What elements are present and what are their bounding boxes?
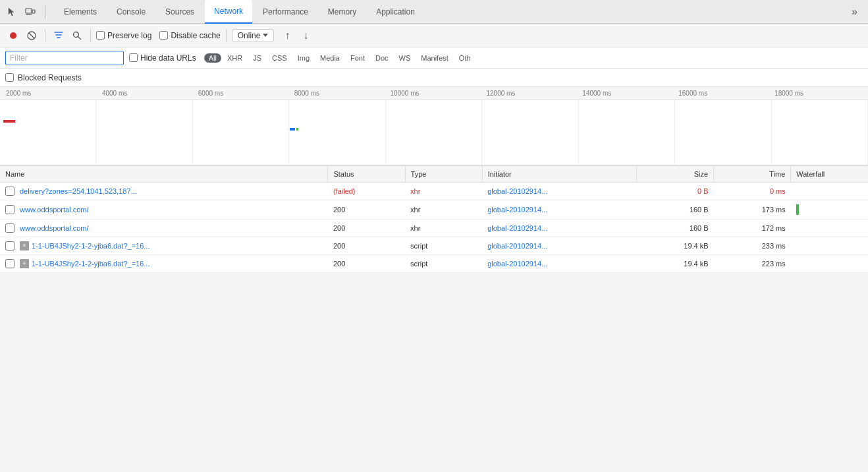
table-row[interactable]: delivery?zones=254,1041,523,187...(faile…	[0, 183, 868, 200]
type-filter-js[interactable]: JS	[248, 53, 266, 63]
filter-button[interactable]	[51, 28, 67, 44]
cell-time: 172 ms	[714, 220, 791, 237]
search-button[interactable]	[69, 28, 85, 44]
cell-size: 160 B	[636, 200, 713, 220]
preserve-log-label[interactable]: Preserve log	[96, 31, 151, 40]
record-button[interactable]	[5, 28, 21, 44]
cell-name[interactable]: www.oddsportal.com/	[0, 200, 328, 220]
tab-elements[interactable]: Elements	[55, 0, 106, 24]
header-waterfall: Waterfall	[791, 166, 868, 183]
cell-initiator[interactable]: global-20102914...	[482, 237, 636, 255]
table-row[interactable]: ≡1-1-UB4JShy2-1-2-yjba6.dat?_=16...200sc…	[0, 255, 868, 273]
download-button[interactable]: ↓	[298, 28, 313, 44]
type-filter-css[interactable]: CSS	[267, 53, 292, 63]
row-select-checkbox[interactable]	[5, 187, 14, 196]
upload-button[interactable]: ↑	[279, 28, 295, 44]
hide-data-urls-checkbox[interactable]	[129, 53, 138, 62]
tab-more[interactable]: »	[846, 6, 863, 18]
type-filter-all[interactable]: All	[204, 53, 221, 63]
cell-waterfall	[791, 220, 868, 237]
disable-cache-checkbox[interactable]	[159, 31, 168, 40]
request-name: www.oddsportal.com/	[20, 206, 89, 214]
type-filter-font[interactable]: Font	[346, 53, 369, 63]
ruler-tick: 12000 ms	[483, 90, 580, 97]
row-select-checkbox[interactable]	[5, 259, 14, 268]
divider-3	[226, 29, 227, 42]
cell-time: 0 ms	[714, 183, 791, 200]
row-select-checkbox[interactable]	[5, 241, 14, 251]
header-name: Name	[0, 166, 328, 183]
tab-network[interactable]: Network	[205, 0, 252, 24]
hide-data-urls-label[interactable]: Hide data URLs	[129, 53, 196, 63]
cell-initiator[interactable]: global-20102914...	[482, 255, 636, 273]
divider-2	[90, 29, 91, 42]
header-type: Type	[405, 166, 482, 183]
cell-name[interactable]: www.oddsportal.com/	[0, 220, 328, 237]
timeline-col	[675, 100, 771, 166]
ruler-tick: 8000 ms	[292, 90, 388, 97]
table-body: delivery?zones=254,1041,523,187...(faile…	[0, 183, 868, 273]
ruler-tick: 16000 ms	[676, 90, 772, 97]
tab-memory[interactable]: Memory	[319, 0, 366, 24]
cell-initiator[interactable]: global-20102914...	[482, 220, 636, 237]
ruler-tick: 18000 ms	[772, 90, 868, 97]
initiator-link[interactable]: global-20102914...	[487, 206, 547, 214]
divider-1	[45, 29, 45, 42]
blocked-requests-checkbox[interactable]	[5, 73, 14, 82]
header-time: Time	[714, 166, 791, 183]
cell-type: script	[405, 237, 482, 255]
cell-name[interactable]: ≡1-1-UB4JShy2-1-2-yjba6.dat?_=16...	[0, 237, 328, 255]
svg-point-6	[74, 32, 79, 37]
cell-status: 200	[328, 237, 405, 255]
ruler-tick: 14000 ms	[580, 90, 676, 97]
preserve-log-checkbox[interactable]	[96, 31, 105, 40]
type-filter-buttons: AllXHRJSCSSImgMediaFontDocWSManifestOth	[204, 53, 475, 63]
file-icon: ≡	[20, 259, 29, 268]
initiator-link[interactable]: global-20102914...	[487, 260, 547, 268]
initiator-link[interactable]: global-20102914...	[487, 187, 547, 195]
type-filter-img[interactable]: Img	[293, 53, 314, 63]
type-filter-doc[interactable]: Doc	[371, 53, 393, 63]
throttling-selector[interactable]: Online	[232, 29, 275, 42]
filter-bar: Hide data URLs AllXHRJSCSSImgMediaFontDo…	[0, 47, 868, 69]
type-filter-ws[interactable]: WS	[394, 53, 416, 63]
type-filter-xhr[interactable]: XHR	[223, 53, 247, 63]
svg-rect-1	[32, 10, 35, 13]
table-row[interactable]: www.oddsportal.com/200xhrglobal-20102914…	[0, 220, 868, 237]
tab-console[interactable]: Console	[107, 0, 155, 24]
cell-name[interactable]: delivery?zones=254,1041,523,187...	[0, 183, 328, 200]
requests-table: Name Status Type Initiator Size Time Wat…	[0, 166, 868, 273]
network-toolbar: Preserve log Disable cache Online ↑ ↓	[0, 24, 868, 47]
cell-type: xhr	[405, 200, 482, 220]
cell-name[interactable]: ≡1-1-UB4JShy2-1-2-yjba6.dat?_=16...	[0, 255, 328, 273]
request-bar-2	[290, 128, 295, 131]
header-initiator: Initiator	[482, 166, 636, 183]
tab-sources[interactable]: Sources	[156, 0, 203, 24]
timeline-col	[289, 100, 385, 166]
timeline-grid	[0, 100, 868, 166]
type-filter-media[interactable]: Media	[315, 53, 344, 63]
cell-waterfall	[791, 255, 868, 273]
timeline-col	[386, 100, 482, 166]
cell-initiator[interactable]: global-20102914...	[482, 200, 636, 220]
disable-cache-label[interactable]: Disable cache	[159, 31, 220, 40]
cell-waterfall	[791, 237, 868, 255]
cursor-icon[interactable]	[5, 5, 18, 18]
cell-initiator[interactable]: global-20102914...	[482, 183, 636, 200]
tab-application[interactable]: Application	[367, 0, 424, 24]
tab-performance[interactable]: Performance	[254, 0, 317, 24]
clear-button[interactable]	[24, 28, 40, 44]
device-icon[interactable]	[24, 5, 37, 18]
type-filter-oth[interactable]: Oth	[454, 53, 475, 63]
request-bar-1	[3, 120, 15, 123]
preserve-log-text: Preserve log	[107, 31, 151, 40]
row-select-checkbox[interactable]	[5, 205, 14, 214]
row-select-checkbox[interactable]	[5, 223, 14, 233]
table-row[interactable]: www.oddsportal.com/200xhrglobal-20102914…	[0, 200, 868, 220]
filter-input[interactable]	[5, 51, 124, 65]
cell-status: 200	[328, 255, 405, 273]
type-filter-manifest[interactable]: Manifest	[416, 53, 453, 63]
initiator-link[interactable]: global-20102914...	[487, 224, 547, 232]
table-row[interactable]: ≡1-1-UB4JShy2-1-2-yjba6.dat?_=16...200sc…	[0, 237, 868, 255]
initiator-link[interactable]: global-20102914...	[487, 242, 547, 250]
